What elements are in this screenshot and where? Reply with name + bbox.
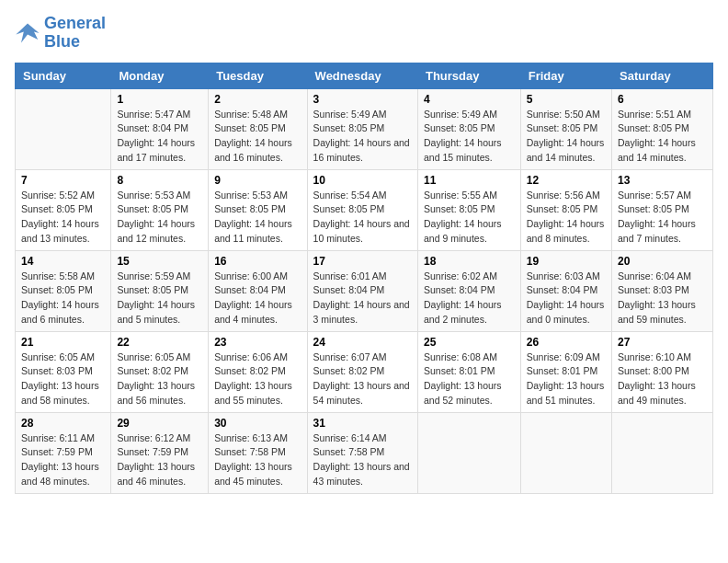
calendar-cell — [16, 88, 111, 169]
page-header: General Blue — [15, 15, 713, 52]
calendar-cell: 16Sunrise: 6:00 AMSunset: 8:04 PMDayligh… — [209, 250, 307, 331]
day-number: 1 — [117, 93, 202, 106]
day-info: Sunrise: 6:09 AMSunset: 8:01 PMDaylight:… — [527, 350, 606, 408]
calendar-cell: 3Sunrise: 5:49 AMSunset: 8:05 PMDaylight… — [307, 88, 417, 169]
calendar-cell: 28Sunrise: 6:11 AMSunset: 7:59 PMDayligh… — [16, 412, 111, 493]
calendar-week-5: 28Sunrise: 6:11 AMSunset: 7:59 PMDayligh… — [16, 412, 713, 493]
day-number: 3 — [313, 93, 412, 106]
svg-marker-0 — [16, 23, 39, 42]
day-info: Sunrise: 6:05 AMSunset: 8:02 PMDaylight:… — [117, 350, 202, 408]
day-info: Sunrise: 5:56 AMSunset: 8:05 PMDaylight:… — [527, 189, 606, 247]
logo: General Blue — [15, 15, 106, 52]
calendar-week-1: 1Sunrise: 5:47 AMSunset: 8:04 PMDaylight… — [16, 88, 713, 169]
day-info: Sunrise: 5:53 AMSunset: 8:05 PMDaylight:… — [214, 189, 301, 247]
day-number: 15 — [117, 255, 202, 268]
day-info: Sunrise: 6:05 AMSunset: 8:03 PMDaylight:… — [21, 350, 105, 408]
calendar-cell: 31Sunrise: 6:14 AMSunset: 7:58 PMDayligh… — [307, 412, 417, 493]
calendar-cell: 7Sunrise: 5:52 AMSunset: 8:05 PMDaylight… — [16, 169, 111, 250]
day-info: Sunrise: 6:06 AMSunset: 8:02 PMDaylight:… — [214, 350, 301, 408]
calendar-table: SundayMondayTuesdayWednesdayThursdayFrid… — [15, 63, 713, 494]
calendar-cell: 4Sunrise: 5:49 AMSunset: 8:05 PMDaylight… — [417, 88, 520, 169]
day-number: 12 — [527, 174, 606, 187]
calendar-header-saturday: Saturday — [612, 63, 713, 88]
calendar-cell: 11Sunrise: 5:55 AMSunset: 8:05 PMDayligh… — [417, 169, 520, 250]
day-number: 7 — [21, 174, 105, 187]
calendar-cell: 27Sunrise: 6:10 AMSunset: 8:00 PMDayligh… — [612, 331, 713, 412]
calendar-cell: 21Sunrise: 6:05 AMSunset: 8:03 PMDayligh… — [16, 331, 111, 412]
calendar-cell: 25Sunrise: 6:08 AMSunset: 8:01 PMDayligh… — [417, 331, 520, 412]
day-info: Sunrise: 6:11 AMSunset: 7:59 PMDaylight:… — [21, 431, 105, 489]
calendar-cell: 26Sunrise: 6:09 AMSunset: 8:01 PMDayligh… — [520, 331, 611, 412]
day-number: 8 — [117, 174, 202, 187]
calendar-cell: 1Sunrise: 5:47 AMSunset: 8:04 PMDaylight… — [111, 88, 209, 169]
day-info: Sunrise: 6:13 AMSunset: 7:58 PMDaylight:… — [214, 431, 301, 489]
day-info: Sunrise: 6:08 AMSunset: 8:01 PMDaylight:… — [424, 350, 515, 408]
day-number: 20 — [618, 255, 707, 268]
day-number: 21 — [21, 336, 105, 349]
day-number: 22 — [117, 336, 202, 349]
day-info: Sunrise: 6:02 AMSunset: 8:04 PMDaylight:… — [424, 270, 515, 327]
calendar-header-row: SundayMondayTuesdayWednesdayThursdayFrid… — [16, 63, 713, 88]
calendar-cell: 20Sunrise: 6:04 AMSunset: 8:03 PMDayligh… — [612, 250, 713, 331]
calendar-week-4: 21Sunrise: 6:05 AMSunset: 8:03 PMDayligh… — [16, 331, 713, 412]
calendar-cell: 30Sunrise: 6:13 AMSunset: 7:58 PMDayligh… — [209, 412, 307, 493]
calendar-cell — [612, 412, 713, 493]
calendar-cell: 19Sunrise: 6:03 AMSunset: 8:04 PMDayligh… — [520, 250, 611, 331]
logo-text: General Blue — [44, 15, 106, 52]
calendar-header-friday: Friday — [520, 63, 611, 88]
day-number: 10 — [313, 174, 412, 187]
day-info: Sunrise: 5:58 AMSunset: 8:05 PMDaylight:… — [21, 270, 105, 327]
calendar-cell: 29Sunrise: 6:12 AMSunset: 7:59 PMDayligh… — [111, 412, 209, 493]
calendar-body: 1Sunrise: 5:47 AMSunset: 8:04 PMDaylight… — [16, 88, 713, 493]
day-info: Sunrise: 5:49 AMSunset: 8:05 PMDaylight:… — [313, 108, 412, 166]
day-number: 30 — [214, 417, 301, 430]
calendar-cell: 17Sunrise: 6:01 AMSunset: 8:04 PMDayligh… — [307, 250, 417, 331]
calendar-cell: 15Sunrise: 5:59 AMSunset: 8:05 PMDayligh… — [111, 250, 209, 331]
day-info: Sunrise: 5:52 AMSunset: 8:05 PMDaylight:… — [21, 189, 105, 247]
calendar-cell: 9Sunrise: 5:53 AMSunset: 8:05 PMDaylight… — [209, 169, 307, 250]
calendar-week-2: 7Sunrise: 5:52 AMSunset: 8:05 PMDaylight… — [16, 169, 713, 250]
day-info: Sunrise: 6:01 AMSunset: 8:04 PMDaylight:… — [313, 270, 412, 327]
day-number: 25 — [424, 336, 515, 349]
calendar-cell: 22Sunrise: 6:05 AMSunset: 8:02 PMDayligh… — [111, 331, 209, 412]
day-number: 18 — [424, 255, 515, 268]
day-number: 26 — [527, 336, 606, 349]
day-number: 17 — [313, 255, 412, 268]
day-info: Sunrise: 5:50 AMSunset: 8:05 PMDaylight:… — [527, 108, 606, 166]
day-number: 4 — [424, 93, 515, 106]
day-info: Sunrise: 5:47 AMSunset: 8:04 PMDaylight:… — [117, 108, 202, 166]
day-number: 9 — [214, 174, 301, 187]
day-number: 14 — [21, 255, 105, 268]
calendar-cell: 10Sunrise: 5:54 AMSunset: 8:05 PMDayligh… — [307, 169, 417, 250]
day-number: 5 — [527, 93, 606, 106]
day-info: Sunrise: 6:12 AMSunset: 7:59 PMDaylight:… — [117, 431, 202, 489]
day-info: Sunrise: 6:10 AMSunset: 8:00 PMDaylight:… — [618, 350, 707, 408]
calendar-header-monday: Monday — [111, 63, 209, 88]
calendar-cell — [417, 412, 520, 493]
calendar-cell: 13Sunrise: 5:57 AMSunset: 8:05 PMDayligh… — [612, 169, 713, 250]
calendar-cell: 5Sunrise: 5:50 AMSunset: 8:05 PMDaylight… — [520, 88, 611, 169]
calendar-week-3: 14Sunrise: 5:58 AMSunset: 8:05 PMDayligh… — [16, 250, 713, 331]
calendar-header-thursday: Thursday — [417, 63, 520, 88]
calendar-cell: 12Sunrise: 5:56 AMSunset: 8:05 PMDayligh… — [520, 169, 611, 250]
calendar-cell: 18Sunrise: 6:02 AMSunset: 8:04 PMDayligh… — [417, 250, 520, 331]
day-number: 11 — [424, 174, 515, 187]
calendar-header-wednesday: Wednesday — [307, 63, 417, 88]
day-info: Sunrise: 5:49 AMSunset: 8:05 PMDaylight:… — [424, 108, 515, 166]
day-info: Sunrise: 5:54 AMSunset: 8:05 PMDaylight:… — [313, 189, 412, 247]
day-info: Sunrise: 5:48 AMSunset: 8:05 PMDaylight:… — [214, 108, 301, 166]
calendar-cell: 2Sunrise: 5:48 AMSunset: 8:05 PMDaylight… — [209, 88, 307, 169]
day-info: Sunrise: 5:53 AMSunset: 8:05 PMDaylight:… — [117, 189, 202, 247]
day-info: Sunrise: 5:55 AMSunset: 8:05 PMDaylight:… — [424, 189, 515, 247]
calendar-cell: 14Sunrise: 5:58 AMSunset: 8:05 PMDayligh… — [16, 250, 111, 331]
day-info: Sunrise: 6:00 AMSunset: 8:04 PMDaylight:… — [214, 270, 301, 327]
day-number: 16 — [214, 255, 301, 268]
calendar-cell: 23Sunrise: 6:06 AMSunset: 8:02 PMDayligh… — [209, 331, 307, 412]
day-number: 23 — [214, 336, 301, 349]
day-number: 19 — [527, 255, 606, 268]
day-number: 13 — [618, 174, 707, 187]
logo-icon — [15, 20, 40, 46]
day-number: 6 — [618, 93, 707, 106]
day-number: 24 — [313, 336, 412, 349]
day-info: Sunrise: 6:07 AMSunset: 8:02 PMDaylight:… — [313, 350, 412, 408]
